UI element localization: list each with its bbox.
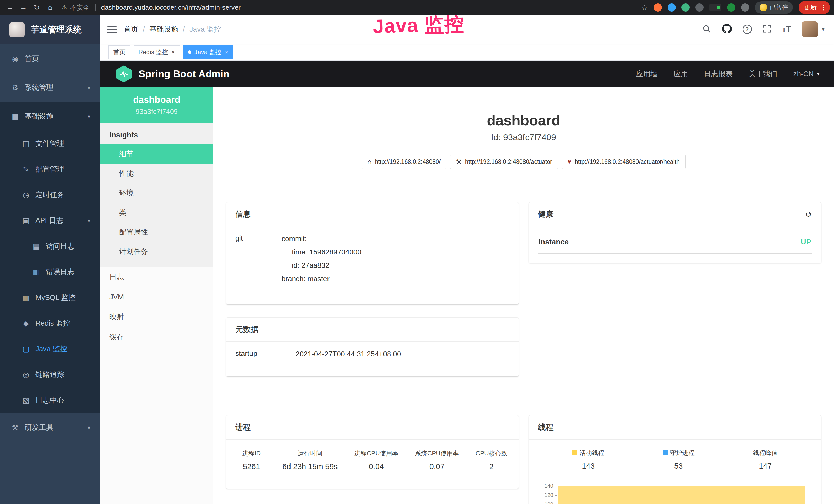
extension-drop-icon[interactable] [667,3,676,12]
sidebar-item-scheduled-tasks[interactable]: ◷ 定时任务 [0,182,100,208]
sidebar-item-mysql-monitor[interactable]: ▦ MySQL 监控 [0,285,100,311]
legend-value: 147 [753,462,777,471]
health-link[interactable]: ♥ http://192.168.0.2:48080/actuator/heal… [562,155,685,169]
sidebar-item-config-mgmt[interactable]: ✎ 配置管理 [0,156,100,182]
sba-nav-applications[interactable]: 应用 [674,69,688,79]
sba-item-config-props[interactable]: 配置属性 [100,222,213,242]
sba-item-details[interactable]: 细节 [100,144,213,164]
sidebar-item-system-mgmt[interactable]: ⚙ 系统管理 ∨ [0,73,100,102]
extension-leaf-icon[interactable] [727,3,736,12]
sidebar-item-api-logs[interactable]: ▣ API 日志 ∧ [0,208,100,233]
close-icon[interactable]: × [224,48,228,56]
info-row-git: git commit: time: 1596289704000 id: 27aa… [235,234,509,295]
link-label: http://192.168.0.2:48080/actuator [465,158,552,165]
sba-item-scheduled-tasks[interactable]: 计划任务 [100,242,213,261]
sidebar-item-access-logs[interactable]: ▤ 访问日志 [0,233,100,259]
stat-value: 2 [476,462,507,471]
sba-nav-journal[interactable]: 日志报表 [704,69,733,79]
sba-item-classes[interactable]: 类 [100,203,213,222]
legend-peak-threads: 线程峰值 147 [753,449,777,471]
stat-label: 系统CPU使用率 [415,449,459,458]
extension-grid-icon[interactable] [695,3,704,12]
sidebar-item-label: Redis 监控 [36,318,70,328]
extension-vue-icon[interactable] [681,3,690,12]
forward-icon[interactable]: → [18,2,29,13]
infrastructure-icon: ▤ [9,112,21,121]
breadcrumb-infrastructure[interactable]: 基础设施 [150,24,178,34]
sidebar-item-file-mgmt[interactable]: ◫ 文件管理 [0,131,100,156]
app-header: 首页 / 基础设施 / Java 监控 ? [100,15,834,44]
sba-item-caches[interactable]: 缓存 [100,327,213,347]
help-icon[interactable]: ? [743,25,752,34]
process-card-title: 进程 [226,415,519,439]
actuator-link[interactable]: ⚒ http://192.168.0.2:48080/actuator [450,155,558,169]
sba-item-environment[interactable]: 环境 [100,183,213,203]
legend-label: 活动线程 [572,449,604,457]
history-icon[interactable]: ↺ [805,209,812,219]
sba-instance-block[interactable]: dashboard 93a3fc7f7409 [100,87,213,123]
threads-card-body: 活动线程 143 守护进程 [529,439,821,504]
github-icon[interactable] [722,24,732,35]
sidebar-item-log-center[interactable]: ▧ 日志中心 [0,387,100,413]
health-instance-label: Instance [539,238,569,246]
breadcrumb-home[interactable]: 首页 [124,24,138,34]
avatar[interactable] [802,21,818,37]
sidebar-item-link-tracing[interactable]: ◎ 链路追踪 [0,362,100,387]
stat-value: 0.07 [415,462,459,471]
extensions-puzzle-icon[interactable] [741,3,749,12]
info-card-body: git commit: time: 1596289704000 id: 27aa… [226,226,519,304]
stat-value: 6d 23h 15m 59s [282,462,337,471]
sba-item-performance[interactable]: 性能 [100,164,213,183]
info-value: commit: time: 1596289704000 id: 27aa832 … [282,234,509,295]
health-row[interactable]: Instance UP [538,234,812,254]
bookmark-star-icon[interactable]: ☆ [641,3,648,12]
info-card: 信息 git commit: time: 1596289704000 id: 2 [226,202,519,304]
sidebar-item-dev-tools[interactable]: ⚒ 研发工具 ∨ [0,413,100,442]
back-icon[interactable]: ← [4,2,16,13]
close-icon[interactable]: × [171,48,175,56]
avatar-caret-icon[interactable]: ▾ [822,26,825,32]
info-card-title: 信息 [226,202,519,226]
address-bar[interactable]: ⚠ 不安全 dashboard.yudao.iocoder.cn/infra/a… [62,3,241,12]
update-button[interactable]: 更新 ⋮ [798,1,830,14]
sidebar-item-label: API 日志 [36,216,63,225]
sidebar-item-infrastructure[interactable]: ▤ 基础设施 ∧ [0,102,100,131]
tab-redis-monitor[interactable]: Redis 监控 × [134,45,180,59]
sba-item-logs[interactable]: 日志 [100,267,213,287]
extension-fox-icon[interactable] [654,3,662,12]
sba-item-mappings[interactable]: 映射 [100,307,213,327]
paused-badge[interactable]: 已暂停 [755,1,793,14]
sba-nav-about[interactable]: 关于我们 [749,69,777,79]
kebab-menu-icon[interactable]: ⋮ [820,4,827,12]
sidebar-item-label: 配置管理 [36,164,64,174]
reload-icon[interactable]: ↻ [31,2,43,13]
font-size-icon[interactable]: тT [782,25,791,34]
home-icon[interactable]: ⌂ [44,2,56,13]
metadata-card: 元数据 startup 2021-04-27T00:44:31.254+08:0… [226,318,519,376]
page-subtitle: Id: 93a3fc7f7409 [226,132,821,142]
card-title: 线程 [538,422,553,433]
sidebar-item-home[interactable]: ◉ 首页 [0,44,100,73]
threads-chart-plot [557,480,805,504]
search-icon[interactable] [702,24,711,35]
sidebar-item-redis-monitor[interactable]: ◆ Redis 监控 [0,311,100,336]
hamburger-icon[interactable] [100,15,124,44]
instance-home-link[interactable]: ⌂ http://192.168.0.2:48080/ [361,155,446,169]
tab-java-monitor[interactable]: Java 监控 × [183,45,233,59]
fullscreen-icon[interactable] [763,24,771,34]
sba-item-jvm[interactable]: JVM [100,287,213,307]
tab-home[interactable]: 首页 [108,45,130,59]
legend-text: 活动线程 [579,449,604,457]
sba-brand-title[interactable]: Spring Boot Admin [139,69,229,79]
main-column: 首页 / 基础设施 / Java 监控 ? [100,15,834,504]
sba-nav-wallboard[interactable]: 应用墙 [636,69,658,79]
logo[interactable]: 芋道管理系统 [0,15,100,44]
sba-locale-label: zh-CN [793,70,814,78]
sba-locale-select[interactable]: zh-CN ▾ [793,70,820,78]
extension-switch-icon[interactable] [709,4,722,11]
trace-icon: ◎ [20,370,32,379]
breadcrumb: 首页 / 基础设施 / Java 监控 [124,24,221,34]
sidebar-item-error-logs[interactable]: ▥ 错误日志 [0,259,100,285]
sidebar-item-java-monitor[interactable]: ▢ Java 监控 [0,336,100,362]
live-threads-area-series [557,486,805,504]
